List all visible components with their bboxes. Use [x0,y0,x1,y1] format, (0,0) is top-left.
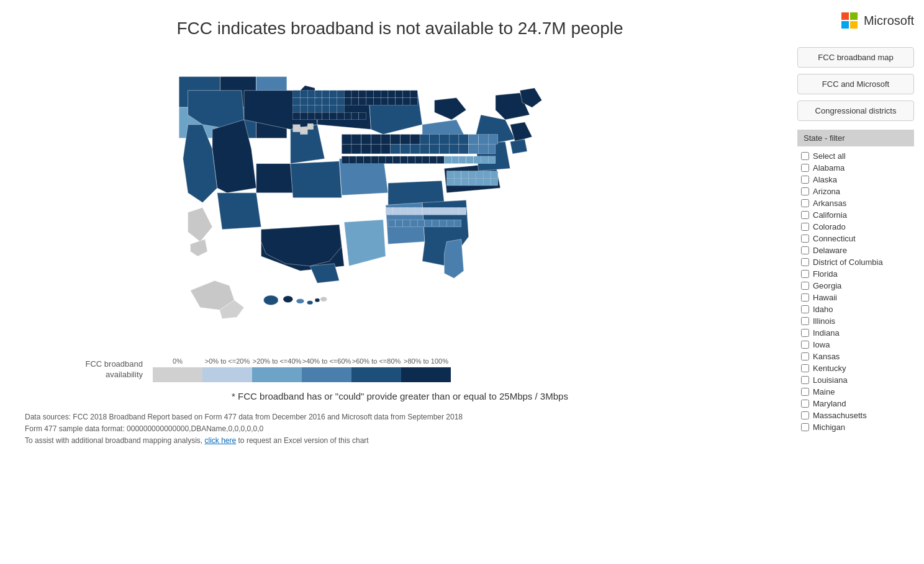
state-checkbox[interactable] [801,341,809,349]
state-checkbox[interactable] [801,400,809,408]
btn-fcc-microsoft[interactable]: FCC and Microsoft [797,74,914,94]
svg-rect-35 [488,134,498,144]
state-item[interactable]: Hawaii [797,292,914,303]
svg-rect-92 [396,91,403,98]
svg-rect-53 [444,156,451,164]
state-checkbox[interactable] [801,258,809,266]
svg-rect-59 [488,156,496,164]
state-checkbox[interactable] [801,152,809,160]
state-checkbox[interactable] [801,199,809,207]
state-item[interactable]: Kansas [797,351,914,362]
state-label: Louisiana [813,375,848,385]
svg-rect-22 [410,144,420,154]
svg-rect-51 [430,156,437,164]
state-checkbox[interactable] [801,282,809,290]
state-item[interactable]: Maine [797,386,914,398]
state-checkbox[interactable] [801,211,809,219]
state-label: Iowa [813,340,830,349]
svg-rect-126 [483,171,491,178]
state-item[interactable]: District of Columbia [797,256,914,268]
state-checkbox[interactable] [801,235,809,243]
ms-logo-red [841,12,849,20]
svg-rect-97 [359,98,366,105]
state-checkbox[interactable] [801,423,809,431]
state-item[interactable]: Illinois [797,315,914,327]
state-item[interactable]: Arkansas [797,197,914,209]
svg-rect-21 [401,144,410,154]
state-label: Indiana [813,328,840,338]
svg-rect-123 [461,171,469,178]
state-checkbox[interactable] [801,388,809,396]
svg-rect-140 [307,105,315,112]
state-item[interactable]: Georgia [797,280,914,292]
state-item[interactable]: Iowa [797,339,914,351]
state-checkbox[interactable] [801,270,809,278]
state-item[interactable]: Florida [797,268,914,280]
state-checkbox[interactable] [801,187,809,195]
state-item[interactable]: Arizona [797,186,914,197]
us-map-svg [74,51,726,349]
state-label: District of Columbia [813,257,883,267]
state-item[interactable]: Louisiana [797,374,914,386]
svg-rect-63 [407,207,415,215]
svg-rect-15 [371,144,381,154]
state-checkbox[interactable] [801,223,809,231]
svg-rect-36 [469,144,479,154]
legend-label-item: >0% to <=20% [202,357,252,365]
svg-rect-75 [322,91,330,98]
state-label: Select all [813,151,846,161]
legend-segment [351,367,401,382]
legend-label-item: >60% to <=80% [351,357,401,365]
svg-rect-48 [407,156,415,164]
state-item[interactable]: Michigan [797,421,914,433]
state-checkbox[interactable] [801,176,809,184]
footnote-click-here-link[interactable]: click here [205,436,237,445]
state-item[interactable]: Alaska [797,174,914,186]
btn-congressional[interactable]: Congressional districts [797,101,914,121]
svg-rect-146 [300,112,307,120]
footnote-highlight: * FCC broadband has or "could" provide g… [25,391,775,401]
svg-rect-147 [307,112,315,120]
svg-rect-103 [403,98,410,105]
state-checkbox[interactable] [801,305,809,313]
svg-rect-135 [293,125,301,132]
state-checkbox[interactable] [801,411,809,419]
state-checkbox[interactable] [801,364,809,372]
state-item[interactable]: Colorado [797,221,914,233]
state-item[interactable]: Connecticut [797,233,914,244]
state-item[interactable]: Indiana [797,327,914,339]
svg-rect-28 [420,144,430,154]
state-label: Idaho [813,305,833,314]
state-checkbox[interactable] [801,164,809,172]
svg-rect-37 [478,144,488,154]
state-item[interactable]: California [797,209,914,221]
svg-rect-153 [351,112,359,120]
legend-segment [153,367,202,382]
state-item[interactable]: Alabama [797,162,914,174]
btn-fcc-map[interactable]: FCC broadband map [797,47,914,68]
svg-rect-119 [446,220,454,227]
state-checkbox[interactable] [801,246,809,254]
state-item[interactable]: Massachusetts [797,410,914,421]
state-label: Kansas [813,352,840,361]
state-checkbox[interactable] [801,376,809,384]
state-filter-header: State - filter [797,130,914,146]
state-item[interactable]: Idaho [797,303,914,315]
state-item[interactable]: Delaware [797,244,914,256]
legend-label-item: >20% to <=40% [252,357,302,365]
state-checkbox[interactable] [801,352,809,360]
svg-rect-101 [388,98,396,105]
state-label: Delaware [813,246,847,255]
state-checkbox[interactable] [801,293,809,302]
state-item[interactable]: Select all [797,150,914,162]
svg-rect-50 [422,156,430,164]
svg-rect-41 [356,156,364,164]
svg-rect-8 [351,134,361,144]
state-item[interactable]: Maryland [797,398,914,410]
state-checkbox[interactable] [801,317,809,325]
svg-point-105 [263,295,278,305]
nav-buttons-container: FCC broadband mapFCC and MicrosoftCongre… [797,47,914,127]
state-checkbox[interactable] [801,329,809,337]
svg-rect-145 [293,112,301,120]
state-item[interactable]: Kentucky [797,362,914,374]
